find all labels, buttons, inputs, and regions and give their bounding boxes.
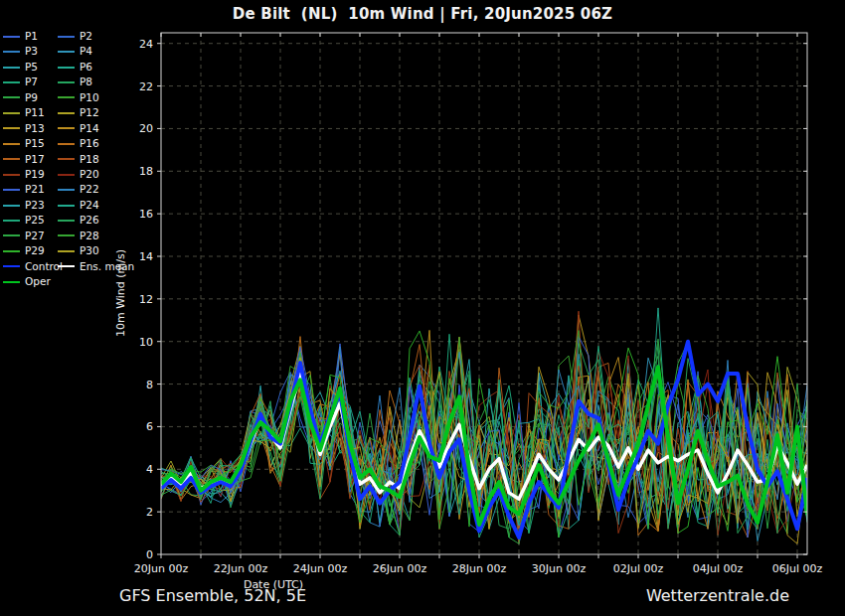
svg-text:22Jun 00z: 22Jun 00z xyxy=(214,562,268,575)
svg-text:28Jun 00z: 28Jun 00z xyxy=(452,562,507,575)
svg-text:12: 12 xyxy=(139,293,153,306)
svg-text:18: 18 xyxy=(139,165,153,178)
svg-text:16: 16 xyxy=(139,208,153,221)
svg-text:30Jun 00z: 30Jun 00z xyxy=(532,562,587,575)
svg-text:8: 8 xyxy=(146,379,153,391)
svg-text:2: 2 xyxy=(146,506,153,519)
svg-text:4: 4 xyxy=(146,463,153,476)
svg-text:24Jun 00z: 24Jun 00z xyxy=(293,562,348,575)
chart-canvas: 20Jun 00z22Jun 00z24Jun 00z26Jun 00z28Ju… xyxy=(0,0,845,616)
svg-text:20Jun 00z: 20Jun 00z xyxy=(134,562,189,575)
ensemble-chart: De Bilt (NL) 10m Wind | Fri, 20Jun2025 0… xyxy=(0,0,845,616)
svg-text:20: 20 xyxy=(139,122,153,135)
footer-model-info: GFS Ensemble, 52N, 5E xyxy=(119,586,306,605)
svg-text:6: 6 xyxy=(146,420,153,433)
svg-text:04Jul 00z: 04Jul 00z xyxy=(693,562,744,575)
svg-text:14: 14 xyxy=(139,250,153,263)
svg-text:22: 22 xyxy=(139,80,153,93)
svg-text:26Jun 00z: 26Jun 00z xyxy=(373,562,427,575)
svg-text:10: 10 xyxy=(139,336,153,349)
svg-text:02Jul 00z: 02Jul 00z xyxy=(613,562,664,575)
svg-text:0: 0 xyxy=(146,548,153,561)
svg-text:06Jul 00z: 06Jul 00z xyxy=(772,562,823,575)
svg-text:24: 24 xyxy=(139,38,153,51)
footer-watermark: Wetterzentrale.de xyxy=(646,586,789,605)
